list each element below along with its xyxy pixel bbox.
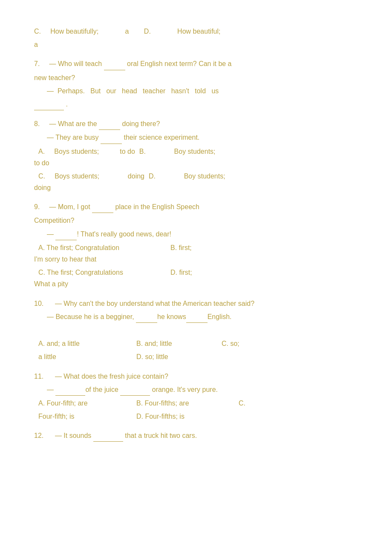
q11-answer-1: — of the juice orange. It's very pure. [34,384,366,396]
q11-optA: A. Four-fifth; are [34,397,136,409]
q11-optD: D. Four-fifths; is [136,411,239,422]
q9-blank1 [92,201,113,213]
q7-stem-2: new teacher? [34,72,366,83]
q8-answer-1: — They are busy their science experiment… [34,132,366,144]
q10-blank1 [136,311,157,323]
q9-blank2 [55,228,77,240]
q12-stem-1: 12. — It sounds that a truck hit two car… [34,430,366,442]
q8-todo: to do [34,157,366,169]
q10-alittle: a little [34,351,136,362]
q10-optD: D. so; little [136,351,222,362]
q11-optB: B. Four-fifths; are [136,397,239,409]
q10-stem-1: 10. — Why can't the boy understand what … [34,298,366,309]
q10-blank2 [186,311,208,323]
q11-options-1: A. Four-fifth; are B. Four-fifths; are C… [34,397,366,409]
q9-sorry: I'm sorry to hear that [34,253,366,265]
question-7: 7. — Who will teach oral English next te… [34,58,366,110]
q8-doing: doing [34,182,366,193]
q9-optD: D. first; [170,267,256,278]
q8-optB: B. Boy students; [135,146,229,157]
q11-optC: C. [239,397,264,409]
q7-blank2 [34,98,64,110]
q7-answer-2: . [34,98,366,110]
q8-optA: A. Boys students; to do [34,146,135,157]
q10-optB: B. and; little [136,338,222,349]
q7-blank1 [104,58,125,70]
q9-optC: C. The first; Congratulations [34,267,170,278]
q8-optD: D. Boy students; [144,170,238,182]
q6-a-line: a [34,39,366,50]
q8-optC: C. Boys students; doing [34,170,144,182]
q8-blank1 [99,118,120,130]
q10-options-2: a little D. so; little [34,351,366,362]
q9-stem-2: Competition? [34,215,366,226]
q9-options-2: C. The first; Congratulations D. first; [34,267,366,278]
q10-answer-1: — Because he is a begginer, he knows Eng… [34,311,366,323]
q12-blank1 [93,430,123,442]
q9-pity: What a pity [34,278,366,290]
q11-stem-1: 11. — What does the fresh juice contain? [34,371,366,382]
q9-optA: A. The first; Congratulation [34,242,170,253]
q11-blank2 [120,384,150,396]
q8-stem-1: 8. — What are the doing there? [34,118,366,130]
q10-optA: A. and; a little [34,338,136,349]
q7-answer-1: — Perhaps. But our head teacher hasn't t… [34,85,366,97]
q10-spacer [34,325,366,336]
question-9: 9. — Mom, I got place in the English Spe… [34,201,366,290]
page-content: C. How beautifully; a D. How beautiful; … [34,26,366,442]
q8-options: A. Boys students; to do B. Boy students; [34,146,366,157]
q10-optC: C. so; [222,338,264,349]
q11-blank1 [55,384,85,396]
question-12: 12. — It sounds that a truck hit two car… [34,430,366,442]
q10-options: A. and; a little B. and; little C. so; [34,338,366,349]
q8-options-2: C. Boys students; doing D. Boy students; [34,170,366,182]
q8-blank2 [101,132,122,144]
question-10: 10. — Why can't the boy understand what … [34,298,366,363]
q7-stem-1: 7. — Who will teach oral English next te… [34,58,366,70]
q6-c-option: C. How beautifully; a D. How beautiful; [34,26,366,37]
q9-answer-1: — ! That's really good news, dear! [34,228,366,240]
q9-optB: B. first; [170,242,256,253]
question-8: 8. — What are the doing there? — They ar… [34,118,366,193]
q9-stem-1: 9. — Mom, I got place in the English Spe… [34,201,366,213]
q9-options-1: A. The first; Congratulation B. first; [34,242,366,253]
q11-fourfifthis: Four-fifth; is [34,411,136,422]
q11-options-2: Four-fifth; is D. Four-fifths; is [34,411,366,422]
q6-cd-options: C. How beautifully; a D. How beautiful; … [34,26,366,50]
question-11: 11. — What does the fresh juice contain?… [34,371,366,423]
